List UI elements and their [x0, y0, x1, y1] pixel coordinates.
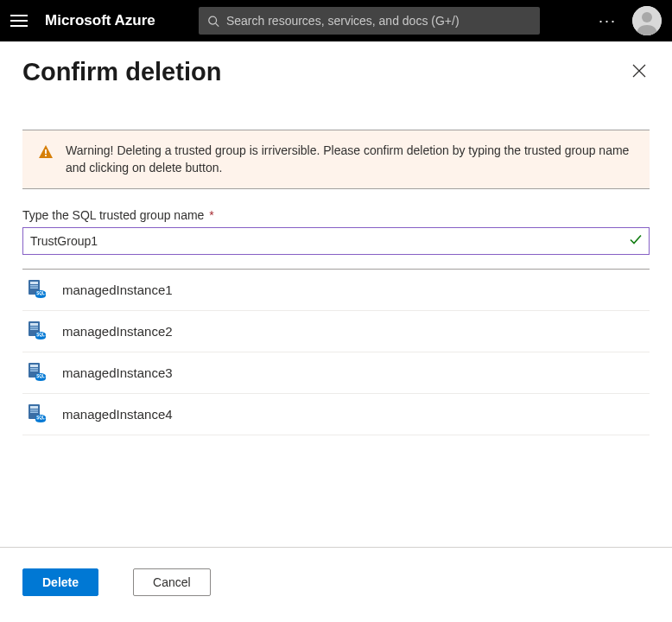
list-item[interactable]: SQL managedInstance1 — [22, 270, 650, 311]
svg-rect-18 — [30, 323, 38, 326]
svg-rect-30 — [30, 406, 38, 409]
svg-rect-19 — [30, 327, 38, 328]
page-title: Confirm deletion — [22, 58, 221, 86]
svg-rect-10 — [45, 155, 47, 156]
instance-name: managedInstance1 — [62, 282, 173, 297]
top-header: Microsoft Azure ··· — [0, 0, 672, 41]
brand-label: Microsoft Azure — [45, 12, 155, 29]
svg-text:SQL: SQL — [36, 333, 45, 337]
field-label: Type the SQL trusted group name * — [22, 208, 650, 222]
instance-list: SQL managedInstance1 SQL managedInstance… — [22, 269, 650, 435]
svg-rect-31 — [30, 409, 38, 411]
warning-banner: Warning! Deleting a trusted group is irr… — [22, 130, 650, 189]
svg-rect-14 — [30, 288, 38, 289]
instance-name: managedInstance2 — [62, 324, 173, 339]
footer: Delete Cancel — [0, 547, 672, 622]
svg-rect-12 — [30, 282, 38, 284]
delete-button[interactable]: Delete — [22, 568, 98, 596]
svg-rect-0 — [10, 15, 28, 16]
instance-name: managedInstance3 — [62, 365, 173, 380]
svg-rect-20 — [30, 329, 38, 331]
list-item[interactable]: SQL managedInstance3 — [22, 352, 650, 394]
page-body: Confirm deletion Warning! Deleting a tru… — [0, 41, 672, 547]
search-box[interactable] — [199, 7, 540, 35]
list-item[interactable]: SQL managedInstance2 — [22, 311, 650, 352]
svg-rect-1 — [10, 20, 28, 22]
svg-text:SQL: SQL — [36, 374, 45, 378]
sql-db-icon: SQL — [26, 278, 47, 301]
sql-db-icon: SQL — [26, 361, 47, 384]
svg-text:SQL: SQL — [36, 416, 45, 420]
more-icon[interactable]: ··· — [599, 12, 617, 30]
title-row: Confirm deletion — [22, 57, 650, 86]
field-label-text: Type the SQL trusted group name — [22, 208, 204, 222]
input-row — [22, 227, 650, 255]
header-right: ··· — [599, 6, 662, 35]
search-icon — [207, 15, 219, 28]
group-name-input[interactable] — [22, 227, 650, 255]
svg-rect-26 — [30, 371, 38, 372]
svg-rect-13 — [30, 285, 38, 287]
svg-rect-24 — [30, 365, 38, 367]
list-item[interactable]: SQL managedInstance4 — [22, 394, 650, 435]
required-asterisk: * — [209, 208, 213, 222]
svg-rect-9 — [45, 149, 47, 154]
svg-point-6 — [642, 12, 652, 22]
sql-db-icon: SQL — [26, 320, 47, 343]
warning-text: Warning! Deleting a trusted group is irr… — [66, 143, 634, 176]
avatar[interactable] — [632, 6, 662, 35]
svg-line-4 — [216, 23, 219, 27]
warning-icon — [38, 144, 54, 176]
svg-text:SQL: SQL — [36, 291, 45, 295]
menu-icon[interactable] — [10, 12, 28, 29]
search-wrap — [199, 7, 540, 35]
svg-rect-25 — [30, 368, 38, 370]
cancel-button[interactable]: Cancel — [133, 568, 211, 596]
sql-db-icon: SQL — [26, 403, 47, 426]
check-icon — [629, 232, 643, 250]
svg-rect-32 — [30, 412, 38, 414]
close-icon[interactable] — [629, 57, 650, 86]
svg-rect-2 — [10, 25, 28, 27]
search-input[interactable] — [226, 14, 531, 28]
instance-name: managedInstance4 — [62, 407, 173, 422]
svg-point-3 — [209, 16, 217, 24]
